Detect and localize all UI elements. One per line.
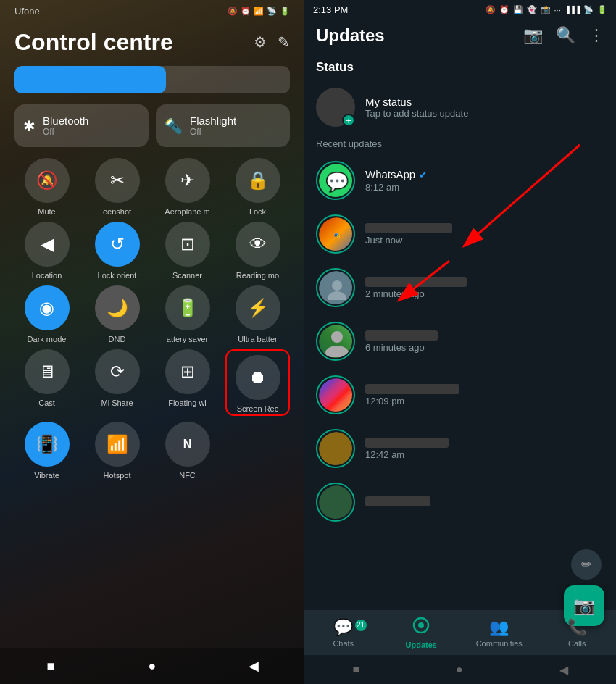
scanner-control[interactable]: ⊡ Scanner: [155, 222, 220, 280]
fab-edit-button[interactable]: ✏: [571, 549, 602, 580]
brightness-slider[interactable]: [14, 66, 290, 93]
user5-avatar-ring: [316, 375, 355, 414]
mishare-icon: ⟳: [95, 349, 140, 394]
mute-control[interactable]: 🔕 Mute: [14, 158, 79, 216]
updates-list: Status + My status Tap to add status upd…: [304, 54, 616, 610]
status-item-user4[interactable]: 6 minutes ago: [304, 314, 616, 368]
carrier-name: Ufone: [14, 6, 40, 17]
user2-status-time: Just now: [365, 235, 604, 246]
status-item-whatsapp[interactable]: 💬 WhatsApp ✔ 8:12 am: [304, 154, 616, 207]
ghost-icon: 👻: [527, 5, 537, 14]
location-label: Location: [32, 271, 62, 280]
calls-nav-label: Calls: [568, 639, 586, 648]
ultrabatter-label: Ultra batter: [238, 335, 277, 343]
control-title-bar: Control centre ⚙ ✎: [11, 22, 294, 66]
settings-icon[interactable]: ⚙: [254, 33, 267, 51]
vibrate-icon: 📳: [25, 422, 70, 467]
user6-name-blurred: [365, 438, 449, 448]
whatsapp-status-name: WhatsApp: [365, 168, 415, 180]
batterysaver-control[interactable]: 🔋 attery saver: [155, 285, 220, 343]
lockorient-control[interactable]: ↺ Lock orient: [85, 222, 149, 280]
user3-avatar-ring: [316, 268, 355, 307]
screenshot-icon: ✂: [95, 158, 140, 203]
wa-search-icon[interactable]: 🔍: [556, 26, 575, 45]
lock-label: Lock: [249, 207, 266, 216]
bluetooth-toggle[interactable]: ✱ Bluetooth Off: [14, 104, 149, 147]
user6-avatar-ring: [316, 429, 355, 468]
user3-name-blurred: [365, 277, 467, 287]
control-title-actions: ⚙ ✎: [254, 30, 290, 51]
status-item-user3[interactable]: 2 minutes ago: [304, 261, 616, 314]
aeroplane-control[interactable]: ✈ Aeroplane m: [155, 158, 220, 216]
wifi-icon: 📡: [267, 7, 277, 16]
user4-avatar-inner: [319, 325, 352, 358]
wa-header: Updates 📷 🔍 ⋮: [304, 20, 616, 54]
left-nav-back[interactable]: ◀: [239, 655, 268, 677]
storage-icon: 💾: [513, 5, 523, 14]
wifi2-icon: 📡: [583, 5, 594, 14]
floating-control[interactable]: ⊞ Floating wi: [155, 349, 220, 416]
nav-item-chats[interactable]: 21 💬 Chats: [304, 618, 383, 648]
my-status-subtitle: Tap to add status update: [365, 108, 468, 119]
signal-icon: 📶: [254, 7, 264, 16]
screenrec-control[interactable]: ⏺ Screen Rec: [225, 349, 290, 416]
floating-icon: ⊞: [165, 349, 210, 394]
flashlight-toggle[interactable]: 🔦 Flashlight Off: [156, 104, 290, 147]
screenshot-control[interactable]: ✂ eenshot: [85, 158, 149, 216]
location-control[interactable]: ◀ Location: [14, 222, 79, 280]
user6-avatar-inner: [319, 432, 352, 465]
communities-nav-icon: 👥: [489, 618, 509, 637]
signal2-icon: ▐▐▐: [565, 6, 580, 14]
nfc-control[interactable]: N NFC: [155, 422, 220, 480]
left-nav-circle[interactable]: ●: [138, 655, 167, 677]
dnd-icon: 🔕: [228, 7, 238, 16]
right-time: 2:13 PM: [313, 4, 348, 15]
left-nav-square[interactable]: ■: [36, 655, 65, 677]
right-status-icons: 🔕 ⏰ 💾 👻 📸 ··· ▐▐▐ 📡 🔋: [486, 5, 607, 14]
nav-item-updates[interactable]: Updates: [383, 617, 461, 649]
updates-nav-label: Updates: [406, 641, 437, 649]
ultrabatter-icon: ⚡: [236, 285, 280, 330]
dnd-control[interactable]: 🌙 DND: [85, 285, 149, 343]
wa-camera-icon[interactable]: 📷: [523, 26, 543, 45]
edit-icon[interactable]: ✎: [278, 33, 290, 51]
mute-icon: 🔕: [25, 158, 70, 203]
flashlight-status: Off: [190, 127, 236, 137]
ultrabatter-control[interactable]: ⚡ Ultra batter: [225, 285, 290, 343]
hotspot-control[interactable]: 📶 Hotspot: [85, 422, 149, 480]
wa-more-icon[interactable]: ⋮: [588, 26, 604, 45]
scanner-icon: ⊡: [165, 222, 210, 267]
cast-control[interactable]: 🖥 Cast: [14, 349, 79, 416]
scanner-label: Scanner: [172, 271, 202, 280]
wa-page-title: Updates: [316, 25, 385, 46]
my-status-item[interactable]: + My status Tap to add status update: [304, 80, 616, 134]
wa-nav-circle[interactable]: ●: [456, 663, 463, 676]
add-status-badge: +: [342, 114, 355, 127]
user3-status-time: 2 minutes ago: [365, 288, 604, 299]
calls-nav-icon: 📞: [567, 618, 587, 637]
dnd-icon: 🌙: [95, 285, 140, 330]
lock-control[interactable]: 🔒 Lock: [225, 158, 290, 216]
status-item-user2[interactable]: 🎭 Just now: [304, 207, 616, 261]
wa-nav-square[interactable]: ■: [352, 663, 359, 676]
darkmode-control[interactable]: ◉ Dark mode: [14, 285, 79, 343]
mishare-control[interactable]: ⟳ Mi Share: [85, 349, 149, 416]
floating-label: Floating wi: [168, 399, 207, 407]
user4-status-time: 6 minutes ago: [365, 342, 604, 353]
fab-camera-icon: 📷: [573, 596, 595, 616]
readingmode-control[interactable]: 👁 Reading mo: [225, 222, 290, 280]
bluetooth-label: Bluetooth: [43, 114, 88, 127]
mishare-label: Mi Share: [101, 399, 133, 407]
status-item-partial[interactable]: [304, 475, 616, 529]
user5-avatar-inner: [319, 378, 352, 412]
chats-badge: 21: [355, 620, 367, 631]
chats-nav-icon: 💬: [333, 618, 353, 637]
nav-item-calls[interactable]: 📞 Calls: [538, 618, 617, 648]
nav-item-communities[interactable]: 👥 Communities: [460, 618, 538, 648]
vibrate-control[interactable]: 📳 Vibrate: [14, 422, 79, 480]
status-item-user6[interactable]: 12:42 am: [304, 422, 616, 475]
status-item-user5[interactable]: 12:09 pm: [304, 368, 616, 422]
wa-nav-back[interactable]: ◀: [559, 663, 568, 677]
top-toggles-row: ✱ Bluetooth Off 🔦 Flashlight Off: [14, 104, 290, 147]
user2-avatar-inner: 🎭: [319, 217, 352, 251]
